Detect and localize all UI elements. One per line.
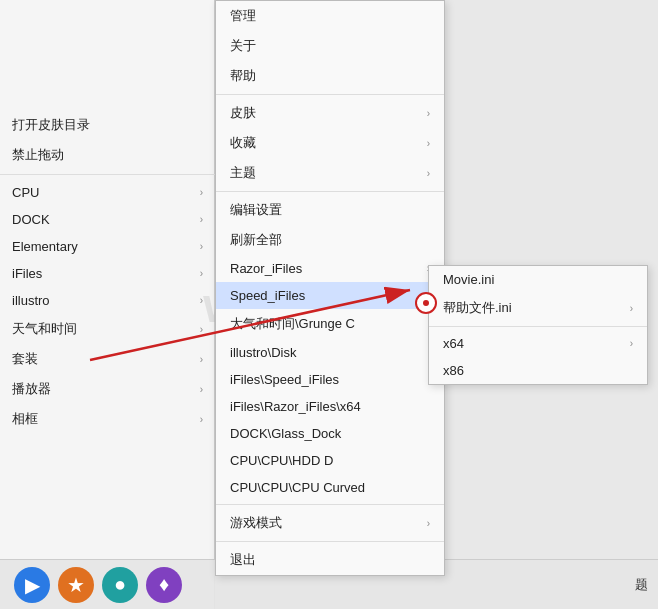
main-menu-item[interactable]: illustro\Disk xyxy=(216,339,444,366)
submenu-label: Movie.ini xyxy=(443,272,494,287)
arrow-indicator xyxy=(415,292,437,314)
left-menu-label: 相框 xyxy=(12,410,38,428)
submenu-item[interactable]: x86 xyxy=(429,357,647,384)
menu-label: DOCK\Glass_Dock xyxy=(230,426,341,441)
menu-label: CPU\CPU\HDD D xyxy=(230,453,333,468)
dock-icon[interactable]: ▶ xyxy=(14,567,50,603)
submenu-arrow: › xyxy=(200,214,203,225)
submenu-label: 帮助文件.ini xyxy=(443,299,512,317)
menu-label: 收藏 xyxy=(230,134,256,152)
submenu-arrow: › xyxy=(200,354,203,365)
submenu-arrow: › xyxy=(200,187,203,198)
submenu-arrow: › xyxy=(200,324,203,335)
submenu-arrow: › xyxy=(427,518,430,529)
left-menu-label: 打开皮肤目录 xyxy=(12,116,90,134)
main-menu-item[interactable]: iFiles\Razor_iFiles\x64 xyxy=(216,393,444,420)
menu-label: 退出 xyxy=(230,551,256,569)
submenu-arrow: › xyxy=(200,384,203,395)
submenu-arrow: › xyxy=(200,414,203,425)
left-menu-item[interactable]: 套装› xyxy=(0,344,215,374)
submenu-item[interactable]: 帮助文件.ini› xyxy=(429,293,647,323)
left-menu-label: 天气和时间 xyxy=(12,320,77,338)
left-menu-item[interactable]: iFiles› xyxy=(0,260,215,287)
menu-label: 主题 xyxy=(230,164,256,182)
submenu-arrow: › xyxy=(200,241,203,252)
main-menu-item[interactable]: 刷新全部 xyxy=(216,225,444,255)
menu-divider xyxy=(216,504,444,505)
left-menu-label: 禁止拖动 xyxy=(12,146,64,164)
submenu-item[interactable]: Movie.ini xyxy=(429,266,647,293)
left-menu-divider xyxy=(0,174,215,175)
main-menu-item[interactable]: Razor_iFiles› xyxy=(216,255,444,282)
main-menu-item[interactable]: 游戏模式› xyxy=(216,508,444,538)
submenu-speed-ifiles: Movie.ini帮助文件.ini›x64›x86 xyxy=(428,265,648,385)
left-menu: 打开皮肤目录禁止拖动CPU›DOCK›Elementary›iFiles›ill… xyxy=(0,110,215,434)
menu-label: iFiles\Razor_iFiles\x64 xyxy=(230,399,361,414)
left-menu-item[interactable]: 播放器› xyxy=(0,374,215,404)
dock-icon[interactable]: ♦ xyxy=(146,567,182,603)
submenu-arrow: › xyxy=(200,268,203,279)
left-panel: 打开皮肤目录禁止拖动CPU›DOCK›Elementary›iFiles›ill… xyxy=(0,0,215,609)
left-menu-item[interactable]: illustro› xyxy=(0,287,215,314)
submenu-divider xyxy=(429,326,647,327)
main-menu-item[interactable]: 退出 xyxy=(216,545,444,575)
main-menu-item[interactable]: CPU\CPU\HDD D xyxy=(216,447,444,474)
menu-label: 刷新全部 xyxy=(230,231,282,249)
menu-label: 游戏模式 xyxy=(230,514,282,532)
main-menu-item[interactable]: Speed_iFiles› xyxy=(216,282,444,309)
left-menu-label: iFiles xyxy=(12,266,42,281)
menu-label: 大气和时间\Grunge C xyxy=(230,315,355,333)
left-menu-item[interactable]: 相框› xyxy=(0,404,215,434)
arrow-dot xyxy=(423,300,429,306)
left-menu-label: 播放器 xyxy=(12,380,51,398)
menu-label: Razor_iFiles xyxy=(230,261,302,276)
submenu-arrow: › xyxy=(427,168,430,179)
left-menu-label: Elementary xyxy=(12,239,78,254)
menu-label: iFiles\Speed_iFiles xyxy=(230,372,339,387)
main-menu-item[interactable]: 主题› xyxy=(216,158,444,188)
left-menu-label: illustro xyxy=(12,293,50,308)
main-menu-item[interactable]: DOCK\Glass_Dock xyxy=(216,420,444,447)
main-menu-item[interactable]: 收藏› xyxy=(216,128,444,158)
submenu-label: x64 xyxy=(443,336,464,351)
main-context-menu: 管理关于帮助皮肤›收藏›主题›编辑设置刷新全部Razor_iFiles›Spee… xyxy=(215,0,445,576)
main-menu-item[interactable]: 编辑设置 xyxy=(216,195,444,225)
submenu-arrow: › xyxy=(200,295,203,306)
dock-icon[interactable]: ● xyxy=(102,567,138,603)
left-menu-label: 套装 xyxy=(12,350,38,368)
dock-icon[interactable]: ★ xyxy=(58,567,94,603)
submenu-arrow: › xyxy=(630,338,633,349)
left-menu-item[interactable]: 禁止拖动 xyxy=(0,140,215,170)
left-menu-item[interactable]: CPU› xyxy=(0,179,215,206)
left-menu-item[interactable]: Elementary› xyxy=(0,233,215,260)
submenu-arrow: › xyxy=(427,108,430,119)
main-menu-item[interactable]: 皮肤› xyxy=(216,98,444,128)
submenu-arrow: › xyxy=(630,303,633,314)
submenu-arrow: › xyxy=(427,138,430,149)
menu-label: 管理 xyxy=(230,7,256,25)
menu-label: Speed_iFiles xyxy=(230,288,305,303)
menu-label: CPU\CPU\CPU Curved xyxy=(230,480,365,495)
left-menu-item[interactable]: 天气和时间› xyxy=(0,314,215,344)
menu-label: 编辑设置 xyxy=(230,201,282,219)
menu-divider xyxy=(216,191,444,192)
main-menu-item[interactable]: 关于 xyxy=(216,31,444,61)
main-menu-item[interactable]: 大气和时间\Grunge C xyxy=(216,309,444,339)
menu-label: illustro\Disk xyxy=(230,345,296,360)
menu-label: 皮肤 xyxy=(230,104,256,122)
submenu-item[interactable]: x64› xyxy=(429,330,647,357)
left-menu-item[interactable]: 打开皮肤目录 xyxy=(0,110,215,140)
menu-label: 关于 xyxy=(230,37,256,55)
main-menu-item[interactable]: 管理 xyxy=(216,1,444,31)
dock-title: 题 xyxy=(635,576,648,594)
left-menu-label: DOCK xyxy=(12,212,50,227)
main-menu-item[interactable]: iFiles\Speed_iFiles xyxy=(216,366,444,393)
left-menu-label: CPU xyxy=(12,185,39,200)
main-menu-item[interactable]: 帮助 xyxy=(216,61,444,91)
left-menu-item[interactable]: DOCK› xyxy=(0,206,215,233)
menu-label: 帮助 xyxy=(230,67,256,85)
menu-divider xyxy=(216,541,444,542)
submenu-label: x86 xyxy=(443,363,464,378)
main-menu-item[interactable]: CPU\CPU\CPU Curved xyxy=(216,474,444,501)
menu-divider xyxy=(216,94,444,95)
